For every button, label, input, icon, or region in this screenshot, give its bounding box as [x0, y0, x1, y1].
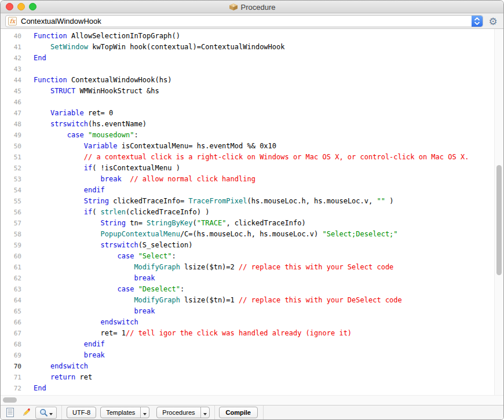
code-line: 68 endif [1, 339, 503, 350]
code-token [34, 186, 84, 194]
code-token: PopupContextualMenu [101, 230, 180, 238]
line-number: 66 [1, 317, 21, 328]
line-number: 58 [1, 229, 21, 240]
code-token: TraceFromPixel [188, 197, 247, 205]
code-line: 51 // a contextual click is a right-clic… [1, 152, 503, 163]
code-text: endswitch [21, 361, 88, 372]
code-token: break [134, 274, 155, 282]
titlebar[interactable]: Procedure [1, 1, 503, 13]
code-line: 65 break [1, 306, 503, 317]
search-icon [39, 408, 48, 417]
function-popup[interactable]: fx ContextualWindowHook [5, 15, 483, 27]
code-token [34, 208, 84, 216]
code-line: 58 PopupContextualMenu/C=(hs.mouseLoc.h,… [1, 229, 503, 240]
code-token: break [134, 307, 155, 315]
code-text [21, 64, 34, 75]
code-text: Variable ret= 0 [21, 108, 113, 119]
code-token: STRUCT [50, 87, 75, 95]
edit-mode-button[interactable] [21, 408, 31, 418]
search-menu-button[interactable] [35, 407, 57, 419]
line-number: 55 [1, 196, 21, 207]
code-token: if [84, 164, 92, 172]
code-token [34, 241, 101, 249]
code-token: // tell igor the click was handled alrea… [126, 329, 352, 337]
code-text: String tn= StringByKey("TRACE", clickedT… [21, 218, 306, 229]
code-token: ( [193, 219, 197, 227]
code-token: return [50, 373, 75, 381]
code-token: (hs.mouseLoc.h, hs.mouseLoc.v, [247, 197, 377, 205]
code-token [34, 153, 84, 161]
line-number: 40 [1, 31, 21, 42]
line-number: 61 [1, 262, 21, 273]
code-text: End [21, 53, 46, 64]
code-token: // replace this with your Select code [239, 263, 393, 271]
code-text: Function ContextualWindowHook(hs) [21, 75, 171, 86]
procedure-picker-button[interactable] [6, 408, 14, 417]
code-token: case [118, 252, 134, 260]
templates-menu-arrow[interactable] [140, 407, 149, 418]
code-token [34, 230, 101, 238]
code-line: 61 ModifyGraph lsize($tn)=2 // replace t… [1, 262, 503, 273]
code-token: "Deselect" [138, 285, 180, 293]
window-title-group: Procedure [229, 3, 276, 12]
close-button[interactable] [6, 3, 13, 10]
line-number: 43 [1, 64, 21, 75]
code-text: strswitch(hs.eventName) [21, 119, 147, 130]
line-number: 69 [1, 350, 21, 361]
code-text: ret= 1// tell igor the click was handled… [21, 328, 352, 339]
code-token: strswitch [101, 241, 138, 249]
code-token: // a contextual click is a right-click o… [84, 153, 469, 161]
horizontal-scrollbar[interactable] [1, 395, 503, 405]
line-number: 62 [1, 273, 21, 284]
code-token: break [101, 175, 122, 183]
code-token [34, 164, 84, 172]
code-token: "mousedown" [88, 131, 134, 139]
code-text: return ret [21, 372, 92, 383]
line-number: 63 [1, 284, 21, 295]
minimize-button[interactable] [17, 3, 25, 10]
procedures-button[interactable]: Procedures [156, 407, 209, 418]
code-text: case "Select": [21, 251, 176, 262]
zoom-button[interactable] [29, 3, 36, 10]
code-token: : [180, 285, 184, 293]
vertical-scrollbar[interactable] [494, 29, 503, 395]
line-number: 71 [1, 372, 21, 383]
horizontal-scrollbar-thumb[interactable] [3, 397, 17, 403]
code-token: case [67, 131, 84, 139]
templates-button[interactable]: Templates [100, 407, 149, 418]
code-token: case [118, 285, 134, 293]
encoding-button[interactable]: UTF-8 [67, 407, 96, 418]
code-token: lsize($tn)=1 [180, 296, 239, 304]
code-line: 57 String tn= StringByKey("TRACE", click… [1, 218, 503, 229]
code-token: ) [385, 197, 393, 205]
traffic-lights [6, 3, 36, 10]
compile-button[interactable]: Compile [219, 407, 258, 418]
code-text: PopupContextualMenu/C=(hs.mouseLoc.h, hs… [21, 229, 398, 240]
function-popup-stepper[interactable] [472, 16, 483, 27]
line-number: 50 [1, 141, 21, 152]
code-line: 55 String clickedTraceInfo= TraceFromPix… [1, 196, 503, 207]
code-token: Variable [84, 142, 118, 150]
code-editor[interactable]: 40Function AllowSelectionInTopGraph()41 … [1, 29, 503, 395]
code-text: endif [21, 339, 105, 350]
compile-label: Compile [220, 409, 257, 416]
code-token: End [34, 54, 46, 62]
up-down-chevrons-icon [474, 17, 480, 25]
code-line: 71 return ret [1, 372, 503, 383]
chevron-down-icon [203, 413, 207, 415]
code-token [34, 219, 101, 227]
line-number: 51 [1, 152, 21, 163]
line-number: 42 [1, 53, 21, 64]
code-token: if [84, 208, 92, 216]
procedures-menu-arrow[interactable] [200, 407, 209, 418]
gear-icon[interactable]: ⚙ [487, 15, 499, 27]
code-text: case "mousedown": [21, 130, 138, 141]
statusbar-separator [214, 406, 215, 419]
code-token [34, 274, 134, 282]
vertical-scrollbar-thumb[interactable] [496, 165, 502, 275]
code-token: ModifyGraph [134, 263, 180, 271]
code-text: // a contextual click is a right-click o… [21, 152, 469, 163]
code-token [34, 120, 50, 128]
code-token [34, 197, 84, 205]
code-token: ( !isContextualMenu ) [92, 164, 180, 172]
